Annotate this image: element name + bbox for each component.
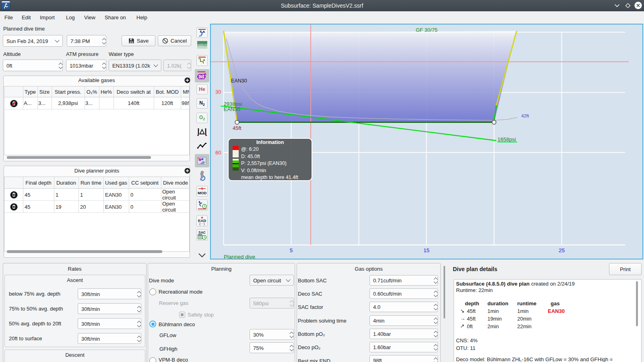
svg-text:45ft: 45ft — [233, 125, 242, 131]
svg-text:5: 5 — [290, 247, 293, 253]
svg-text:30: 30 — [215, 89, 221, 95]
svg-text:EAN30: EAN30 — [231, 78, 247, 84]
svg-text:1658psi: 1658psi — [497, 136, 516, 142]
svg-text:EAN30: EAN30 — [224, 106, 240, 112]
svg-text:15: 15 — [423, 247, 429, 253]
svg-text:(···): (···) — [199, 222, 205, 226]
svg-text:25: 25 — [559, 247, 565, 253]
svg-text:GF 30/75: GF 30/75 — [416, 27, 438, 33]
svg-text:42ft: 42ft — [521, 113, 529, 118]
svg-text:60: 60 — [215, 150, 221, 156]
svg-text:SAC: SAC — [198, 230, 206, 234]
svg-text:MOD: MOD — [198, 191, 206, 195]
svg-text:Planned dive: Planned dive — [224, 254, 255, 260]
